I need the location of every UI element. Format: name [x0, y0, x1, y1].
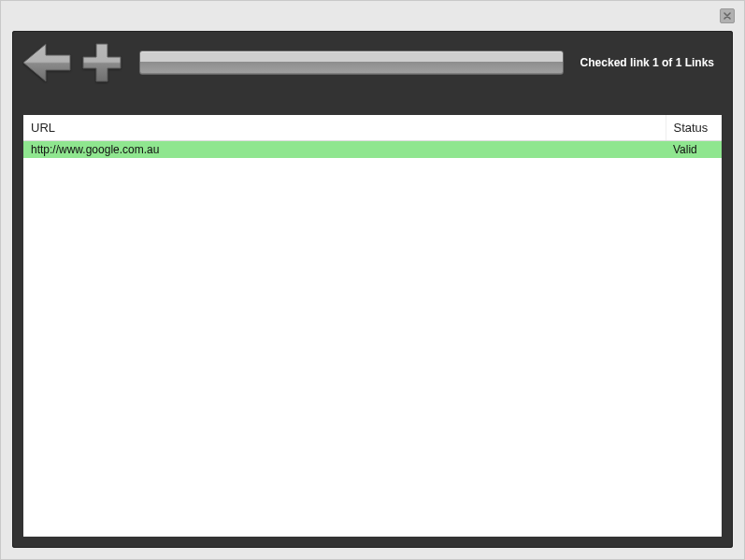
table-header-row: URL Status — [23, 115, 722, 141]
back-arrow-icon — [20, 40, 74, 85]
cell-url: http://www.google.com.au — [23, 141, 666, 159]
plus-icon — [79, 40, 124, 85]
column-header-status[interactable]: Status — [666, 115, 722, 141]
progress-bar — [139, 50, 564, 75]
status-text: Checked link 1 of 1 Links — [580, 56, 714, 69]
back-button[interactable] — [20, 40, 74, 85]
toolbar: Checked link 1 of 1 Links — [12, 31, 733, 94]
close-icon — [724, 12, 731, 20]
column-header-url[interactable]: URL — [23, 115, 666, 141]
results-table: URL Status http://www.google.com.auValid — [23, 115, 722, 158]
app-window: Checked link 1 of 1 Links URL Status htt… — [0, 0, 745, 560]
add-button[interactable] — [79, 40, 124, 85]
close-button[interactable] — [720, 8, 735, 23]
results-table-area: URL Status http://www.google.com.auValid — [23, 115, 722, 537]
table-row[interactable]: http://www.google.com.auValid — [23, 141, 722, 159]
cell-status: Valid — [666, 141, 722, 159]
main-panel: Checked link 1 of 1 Links URL Status htt… — [12, 31, 733, 548]
